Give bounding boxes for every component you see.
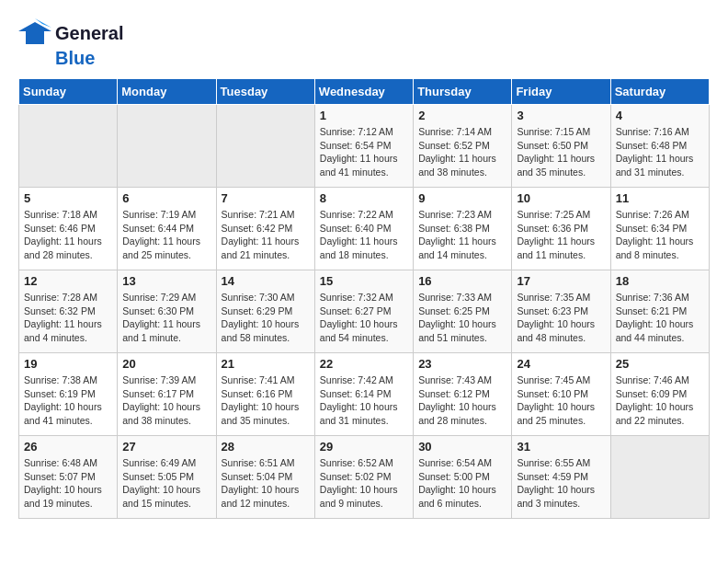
day-info: Sunrise: 7:14 AMSunset: 6:52 PMDaylight:…	[418, 125, 506, 179]
day-info: Sunrise: 7:21 AMSunset: 6:42 PMDaylight:…	[222, 208, 310, 262]
calendar-cell: 23Sunrise: 7:43 AMSunset: 6:12 PMDayligh…	[414, 353, 512, 436]
day-number: 27	[122, 440, 210, 454]
weekday-header: Monday	[118, 79, 216, 105]
day-info: Sunrise: 7:36 AMSunset: 6:21 PMDaylight:…	[616, 291, 704, 345]
day-number: 23	[418, 357, 506, 371]
calendar-cell: 10Sunrise: 7:25 AMSunset: 6:36 PMDayligh…	[512, 188, 610, 270]
page-header: General Blue	[18, 18, 710, 69]
calendar-cell: 15Sunrise: 7:32 AMSunset: 6:27 PMDayligh…	[314, 270, 413, 353]
day-number: 25	[616, 357, 704, 371]
day-number: 28	[222, 440, 310, 454]
calendar-cell: 4Sunrise: 7:16 AMSunset: 6:48 PMDaylight…	[610, 105, 709, 188]
day-info: Sunrise: 6:55 AMSunset: 4:59 PMDaylight:…	[517, 456, 605, 511]
calendar-cell: 11Sunrise: 7:26 AMSunset: 6:34 PMDayligh…	[610, 188, 709, 270]
calendar-cell: 31Sunrise: 6:55 AMSunset: 4:59 PMDayligh…	[512, 436, 610, 519]
calendar-cell: 3Sunrise: 7:15 AMSunset: 6:50 PMDaylight…	[512, 105, 610, 188]
day-number: 21	[222, 357, 310, 371]
logo: General Blue	[18, 18, 123, 69]
calendar-cell: 2Sunrise: 7:14 AMSunset: 6:52 PMDaylight…	[414, 105, 512, 188]
calendar-cell	[118, 105, 216, 188]
day-info: Sunrise: 7:19 AMSunset: 6:44 PMDaylight:…	[122, 208, 210, 262]
day-number: 10	[517, 191, 605, 205]
day-info: Sunrise: 7:39 AMSunset: 6:17 PMDaylight:…	[122, 373, 210, 428]
logo-general: General	[55, 23, 123, 44]
day-info: Sunrise: 7:30 AMSunset: 6:29 PMDaylight:…	[222, 291, 310, 345]
day-info: Sunrise: 7:35 AMSunset: 6:23 PMDaylight:…	[517, 291, 605, 345]
day-number: 7	[222, 191, 310, 205]
day-number: 18	[616, 274, 704, 288]
day-info: Sunrise: 7:46 AMSunset: 6:09 PMDaylight:…	[616, 373, 704, 428]
day-number: 30	[418, 440, 506, 454]
calendar-week-row: 1Sunrise: 7:12 AMSunset: 6:54 PMDaylight…	[19, 105, 710, 188]
day-number: 8	[320, 191, 408, 205]
calendar-table: SundayMondayTuesdayWednesdayThursdayFrid…	[18, 78, 710, 519]
day-info: Sunrise: 7:38 AMSunset: 6:19 PMDaylight:…	[24, 373, 112, 428]
day-info: Sunrise: 7:32 AMSunset: 6:27 PMDaylight:…	[320, 291, 408, 345]
calendar-cell: 1Sunrise: 7:12 AMSunset: 6:54 PMDaylight…	[314, 105, 413, 188]
calendar-week-row: 19Sunrise: 7:38 AMSunset: 6:19 PMDayligh…	[19, 353, 710, 436]
day-number: 6	[122, 191, 210, 205]
day-number: 26	[24, 440, 112, 454]
logo-blue: Blue	[55, 48, 95, 69]
weekday-header: Tuesday	[216, 79, 314, 105]
day-number: 3	[517, 109, 605, 122]
day-info: Sunrise: 7:16 AMSunset: 6:48 PMDaylight:…	[616, 125, 704, 179]
calendar-cell: 9Sunrise: 7:23 AMSunset: 6:38 PMDaylight…	[414, 188, 512, 270]
day-number: 24	[517, 357, 605, 371]
day-info: Sunrise: 7:28 AMSunset: 6:32 PMDaylight:…	[24, 291, 112, 345]
calendar-cell	[610, 436, 709, 519]
day-info: Sunrise: 7:18 AMSunset: 6:46 PMDaylight:…	[24, 208, 112, 262]
day-info: Sunrise: 7:26 AMSunset: 6:34 PMDaylight:…	[616, 208, 704, 262]
day-info: Sunrise: 7:15 AMSunset: 6:50 PMDaylight:…	[517, 125, 605, 179]
day-info: Sunrise: 7:33 AMSunset: 6:25 PMDaylight:…	[418, 291, 506, 345]
calendar-cell: 7Sunrise: 7:21 AMSunset: 6:42 PMDaylight…	[216, 188, 314, 270]
day-number: 11	[616, 191, 704, 205]
day-info: Sunrise: 7:45 AMSunset: 6:10 PMDaylight:…	[517, 373, 605, 428]
day-number: 16	[418, 274, 506, 288]
day-info: Sunrise: 6:52 AMSunset: 5:02 PMDaylight:…	[320, 456, 408, 511]
calendar-cell	[19, 105, 118, 188]
day-number: 19	[24, 357, 112, 371]
calendar-cell: 16Sunrise: 7:33 AMSunset: 6:25 PMDayligh…	[414, 270, 512, 353]
day-info: Sunrise: 7:22 AMSunset: 6:40 PMDaylight:…	[320, 208, 408, 262]
day-info: Sunrise: 7:23 AMSunset: 6:38 PMDaylight:…	[418, 208, 506, 262]
calendar-cell: 12Sunrise: 7:28 AMSunset: 6:32 PMDayligh…	[19, 270, 118, 353]
day-number: 20	[122, 357, 210, 371]
calendar-week-row: 26Sunrise: 6:48 AMSunset: 5:07 PMDayligh…	[19, 436, 710, 519]
day-info: Sunrise: 6:51 AMSunset: 5:04 PMDaylight:…	[222, 456, 310, 511]
day-info: Sunrise: 6:49 AMSunset: 5:05 PMDaylight:…	[122, 456, 210, 511]
day-info: Sunrise: 7:41 AMSunset: 6:16 PMDaylight:…	[222, 373, 310, 428]
calendar-cell: 17Sunrise: 7:35 AMSunset: 6:23 PMDayligh…	[512, 270, 610, 353]
calendar-cell: 21Sunrise: 7:41 AMSunset: 6:16 PMDayligh…	[216, 353, 314, 436]
day-number: 1	[320, 109, 408, 122]
day-info: Sunrise: 7:25 AMSunset: 6:36 PMDaylight:…	[517, 208, 605, 262]
weekday-header: Thursday	[414, 79, 512, 105]
calendar-cell: 22Sunrise: 7:42 AMSunset: 6:14 PMDayligh…	[314, 353, 413, 436]
calendar-cell: 20Sunrise: 7:39 AMSunset: 6:17 PMDayligh…	[118, 353, 216, 436]
calendar-cell: 27Sunrise: 6:49 AMSunset: 5:05 PMDayligh…	[118, 436, 216, 519]
calendar-cell: 13Sunrise: 7:29 AMSunset: 6:30 PMDayligh…	[118, 270, 216, 353]
day-number: 2	[418, 109, 506, 122]
logo-icon	[18, 18, 51, 48]
weekday-header: Friday	[512, 79, 610, 105]
day-info: Sunrise: 6:54 AMSunset: 5:00 PMDaylight:…	[418, 456, 506, 511]
calendar-cell	[216, 105, 314, 188]
day-info: Sunrise: 7:29 AMSunset: 6:30 PMDaylight:…	[122, 291, 210, 345]
day-number: 12	[24, 274, 112, 288]
calendar-cell: 8Sunrise: 7:22 AMSunset: 6:40 PMDaylight…	[314, 188, 413, 270]
day-info: Sunrise: 6:48 AMSunset: 5:07 PMDaylight:…	[24, 456, 112, 511]
day-number: 5	[24, 191, 112, 205]
calendar-cell: 24Sunrise: 7:45 AMSunset: 6:10 PMDayligh…	[512, 353, 610, 436]
calendar-cell: 6Sunrise: 7:19 AMSunset: 6:44 PMDaylight…	[118, 188, 216, 270]
day-info: Sunrise: 7:12 AMSunset: 6:54 PMDaylight:…	[320, 125, 408, 179]
calendar-week-row: 12Sunrise: 7:28 AMSunset: 6:32 PMDayligh…	[19, 270, 710, 353]
calendar-cell: 25Sunrise: 7:46 AMSunset: 6:09 PMDayligh…	[610, 353, 709, 436]
calendar-cell: 29Sunrise: 6:52 AMSunset: 5:02 PMDayligh…	[314, 436, 413, 519]
calendar-week-row: 5Sunrise: 7:18 AMSunset: 6:46 PMDaylight…	[19, 188, 710, 270]
calendar-cell: 19Sunrise: 7:38 AMSunset: 6:19 PMDayligh…	[19, 353, 118, 436]
day-info: Sunrise: 7:43 AMSunset: 6:12 PMDaylight:…	[418, 373, 506, 428]
day-number: 31	[517, 440, 605, 454]
calendar-cell: 30Sunrise: 6:54 AMSunset: 5:00 PMDayligh…	[414, 436, 512, 519]
day-number: 29	[320, 440, 408, 454]
day-number: 22	[320, 357, 408, 371]
